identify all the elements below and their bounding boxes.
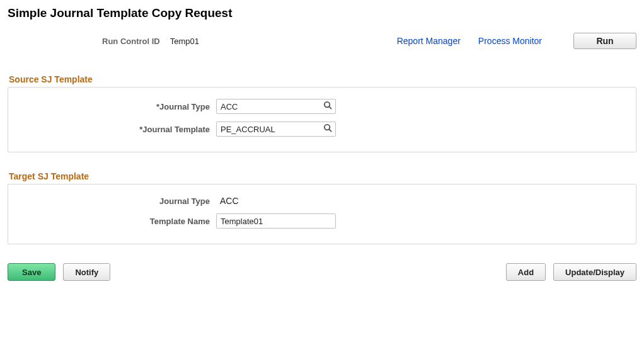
process-monitor-link[interactable]: Process Monitor xyxy=(478,36,542,46)
top-links: Report Manager Process Monitor xyxy=(397,36,542,46)
button-bar: Save Notify Add Update/Display xyxy=(8,263,636,281)
run-control-id-value: Temp01 xyxy=(170,37,199,46)
source-group: *Journal Type *Journal Template xyxy=(8,87,636,152)
page-title: Simple Journal Template Copy Request xyxy=(8,6,636,20)
save-button[interactable]: Save xyxy=(8,263,55,281)
report-manager-link[interactable]: Report Manager xyxy=(397,36,461,46)
top-row: Run Control ID Temp01 Report Manager Pro… xyxy=(8,33,636,49)
run-button[interactable]: Run xyxy=(573,33,636,49)
target-journal-type-value: ACC xyxy=(216,196,239,206)
target-journal-type-label: Journal Type xyxy=(14,196,216,206)
add-button[interactable]: Add xyxy=(506,263,546,281)
source-journal-type-label: *Journal Type xyxy=(14,102,216,111)
run-control-id-label: Run Control ID xyxy=(102,37,160,46)
target-section-title: Target SJ Template xyxy=(9,171,636,181)
svg-line-3 xyxy=(329,129,331,132)
source-journal-template-input[interactable] xyxy=(216,122,336,137)
svg-point-2 xyxy=(325,125,330,130)
lookup-icon[interactable] xyxy=(323,123,333,135)
update-display-button[interactable]: Update/Display xyxy=(553,263,636,281)
source-section-title: Source SJ Template xyxy=(9,74,636,84)
lookup-icon[interactable] xyxy=(323,101,333,112)
target-group: Journal Type ACC Template Name xyxy=(8,184,636,244)
target-template-name-input[interactable] xyxy=(216,213,336,229)
source-journal-type-input[interactable] xyxy=(216,99,336,114)
target-template-name-label: Template Name xyxy=(14,217,216,226)
notify-button[interactable]: Notify xyxy=(63,263,110,281)
source-journal-template-label: *Journal Template xyxy=(14,125,216,134)
svg-point-0 xyxy=(325,102,330,107)
svg-line-1 xyxy=(329,106,331,109)
